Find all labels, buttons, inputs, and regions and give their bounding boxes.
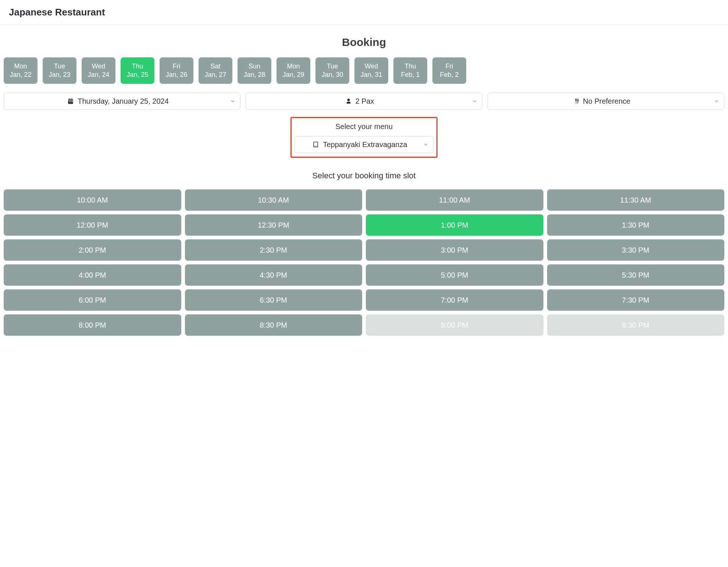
person-icon (346, 98, 351, 104)
preference-select-value: No Preference (583, 97, 631, 106)
timeslot[interactable]: 3:30 PM (547, 239, 725, 261)
timeslot[interactable]: 2:00 PM (4, 239, 181, 261)
chevron-down-icon (472, 98, 478, 104)
timeslot[interactable]: 8:30 PM (185, 314, 363, 336)
date-card[interactable]: FriFeb, 2 (432, 57, 466, 84)
page-header: Japanese Restaurant (0, 0, 728, 25)
date-select-value: Thursday, January 25, 2024 (78, 97, 169, 106)
chevron-down-icon (714, 98, 720, 104)
booking-heading: Booking (4, 36, 724, 49)
menu-select[interactable]: Teppanyaki Extravaganza (295, 136, 433, 153)
menu-section-label: Select your menu (294, 122, 434, 131)
date-card[interactable]: MonJan, 29 (276, 57, 310, 84)
date-card-dow: Sun (249, 62, 260, 71)
date-card[interactable]: FriJan, 26 (160, 57, 193, 84)
timeslot[interactable]: 4:00 PM (4, 264, 181, 286)
timeslot[interactable]: 2:30 PM (185, 239, 363, 261)
date-card[interactable]: WedJan, 31 (354, 57, 388, 84)
utensils-icon (574, 98, 579, 104)
book-icon (313, 141, 319, 148)
timeslot[interactable]: 5:30 PM (547, 264, 725, 286)
date-card-dow: Wed (92, 62, 106, 71)
date-card-md: Jan, 29 (282, 71, 304, 79)
calendar-icon (67, 98, 74, 104)
date-card-dow: Mon (287, 62, 300, 71)
date-card[interactable]: SatJan, 27 (199, 57, 232, 84)
booking-container: Booking MonJan, 22TueJan, 23WedJan, 24Th… (0, 25, 728, 343)
timeslot[interactable]: 4:30 PM (185, 264, 363, 286)
timeslot[interactable]: 12:00 PM (4, 214, 181, 236)
date-card-dow: Fri (446, 62, 453, 71)
date-card-dow: Fri (173, 62, 181, 71)
menu-highlight-box: Select your menu Teppanyaki Extravaganza (290, 117, 438, 158)
date-card-dow: Mon (14, 62, 27, 71)
menu-section: Select your menu Teppanyaki Extravaganza (4, 117, 724, 158)
date-card-dow: Tue (54, 62, 65, 71)
timeslot[interactable]: 6:30 PM (185, 289, 363, 311)
date-card-md: Jan, 22 (10, 71, 31, 79)
timeslot[interactable]: 10:30 AM (185, 189, 363, 211)
timeslot[interactable]: 8:00 PM (4, 314, 181, 336)
date-card[interactable]: TueJan, 23 (43, 57, 76, 84)
timeslot[interactable]: 1:00 PM (366, 214, 543, 236)
chevron-down-icon (423, 142, 429, 147)
timeslot[interactable]: 1:30 PM (547, 214, 725, 236)
date-card-dow: Wed (365, 62, 378, 71)
date-card-dow: Thu (132, 62, 143, 71)
date-card-md: Jan, 24 (88, 71, 109, 79)
date-card-dow: Thu (404, 62, 416, 71)
timeslot[interactable]: 11:00 AM (366, 189, 543, 211)
date-card[interactable]: ThuJan, 25 (121, 57, 154, 84)
date-select[interactable]: Thursday, January 25, 2024 (4, 93, 240, 110)
date-card-md: Feb, 1 (401, 71, 420, 79)
date-card[interactable]: ThuFeb, 1 (393, 57, 427, 84)
restaurant-title: Japanese Restaurant (9, 7, 719, 18)
date-card[interactable]: TueJan, 30 (315, 57, 349, 84)
timeslot[interactable]: 10:00 AM (4, 189, 181, 211)
date-card-dow: Sat (210, 62, 220, 71)
preference-select[interactable]: No Preference (488, 93, 724, 110)
timeslot[interactable]: 3:00 PM (366, 239, 543, 261)
date-card[interactable]: MonJan, 22 (4, 57, 38, 84)
date-card-md: Jan, 23 (49, 71, 70, 79)
pax-select[interactable]: 2 Pax (246, 93, 482, 110)
menu-select-value: Teppanyaki Extravaganza (323, 140, 407, 149)
timeslot[interactable]: 7:00 PM (366, 289, 543, 311)
timeslot-grid: 10:00 AM10:30 AM11:00 AM11:30 AM12:00 PM… (4, 189, 724, 336)
timeslot[interactable]: 11:30 AM (547, 189, 725, 211)
date-card-md: Jan, 28 (243, 71, 265, 79)
selectors-row: Thursday, January 25, 2024 2 Pax No Pref… (4, 93, 724, 110)
timeslot[interactable]: 7:30 PM (547, 289, 725, 311)
date-card[interactable]: WedJan, 24 (82, 57, 115, 84)
chevron-down-icon (230, 98, 236, 104)
timeslot: 9:00 PM (366, 314, 543, 336)
timeslot[interactable]: 6:00 PM (4, 289, 181, 311)
date-card-dow: Tue (327, 62, 338, 71)
pax-select-value: 2 Pax (355, 97, 374, 106)
date-card-md: Jan, 30 (321, 71, 343, 79)
timeslot: 9:30 PM (547, 314, 725, 336)
timeslot[interactable]: 5:00 PM (366, 264, 543, 286)
timeslot[interactable]: 12:30 PM (185, 214, 363, 236)
timeslot-heading: Select your booking time slot (4, 171, 724, 181)
date-card[interactable]: SunJan, 28 (238, 57, 271, 84)
date-card-md: Jan, 25 (126, 71, 148, 79)
date-card-md: Jan, 31 (360, 71, 382, 79)
date-card-md: Jan, 27 (204, 71, 226, 79)
date-card-md: Jan, 26 (165, 71, 187, 79)
date-card-md: Feb, 2 (440, 71, 458, 79)
date-scroller: MonJan, 22TueJan, 23WedJan, 24ThuJan, 25… (4, 57, 724, 84)
